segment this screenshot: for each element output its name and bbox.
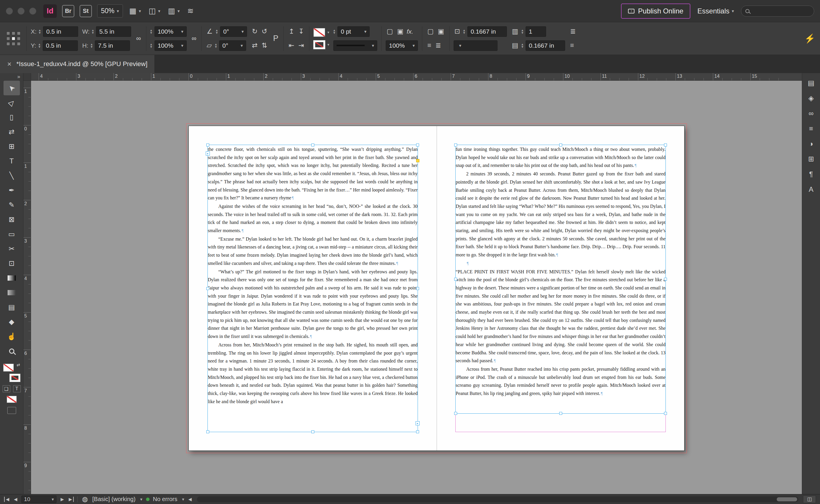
document-tab[interactable]: ✕ *Issue-1_reduxv4.indd @ 50% [GPU Previ… (0, 55, 155, 73)
frame-handle[interactable] (559, 144, 562, 146)
page-spread[interactable]: the concrete floor, with chemicals still… (188, 126, 685, 451)
frame-handle[interactable] (416, 287, 419, 290)
text-inport-icon[interactable]: ▸ (206, 151, 210, 156)
zoom-level-select[interactable]: 50% (97, 4, 123, 18)
bridge-button[interactable]: Br (62, 5, 74, 17)
ruler-origin-corner[interactable] (23, 73, 31, 80)
collapse-tools-icon[interactable]: » (0, 73, 23, 81)
tool-gradient-swatch[interactable] (4, 271, 20, 285)
y-position-field[interactable]: 0.5 in (43, 40, 78, 51)
tool-rectangle[interactable]: ▭ (4, 227, 20, 241)
scrollbar-corner-button[interactable]: ◫ (803, 496, 816, 503)
links-panel-icon[interactable]: ∞ (804, 106, 819, 121)
x-position-field[interactable]: 0.5 in (43, 26, 78, 37)
frame-handle[interactable] (454, 412, 457, 415)
fit-content-proportionally-icon[interactable]: ⇥ (298, 42, 305, 49)
tool-pen[interactable]: ✒ (4, 183, 20, 198)
scale-y-stepper[interactable] (150, 43, 152, 48)
vertical-justify-bottom-icon[interactable]: ≡ (569, 42, 575, 49)
width-field[interactable]: 5.5 in (96, 26, 131, 37)
tool-type[interactable]: T (4, 154, 20, 168)
stroke-weight-stepper[interactable] (333, 29, 335, 34)
search-box[interactable] (741, 6, 814, 17)
flip-horizontal-icon[interactable]: ⇄ (251, 42, 259, 49)
frame-handle[interactable] (664, 144, 667, 146)
formatting-affects-container-icon[interactable]: ❑ (3, 385, 10, 392)
last-page-button[interactable]: ▶ (68, 497, 74, 502)
tool-color-theme[interactable]: ◆ (4, 315, 20, 329)
preflight-menu-icon[interactable]: ◍ (81, 495, 89, 503)
preflight-profile-menu[interactable]: [Basic] (working) (92, 496, 142, 503)
rotate-ccw-icon[interactable]: ↺ (261, 27, 268, 35)
minimize-window-button[interactable] (18, 8, 25, 15)
frame-handle[interactable] (416, 430, 419, 433)
drop-shadow-icon[interactable]: ▣ (396, 27, 404, 35)
fit-content-to-frame-icon[interactable]: ↧ (298, 27, 305, 35)
flip-vertical-icon[interactable]: ⇅ (261, 42, 268, 49)
constrain-scale-icon[interactable]: ∞ (191, 34, 197, 42)
frame-handle[interactable] (206, 144, 209, 146)
frame-handle[interactable] (664, 278, 667, 281)
columns-stepper[interactable] (521, 29, 523, 34)
tool-note[interactable]: ▤ (4, 300, 20, 315)
frame-handle[interactable] (454, 144, 457, 146)
frame-handle[interactable] (206, 287, 209, 290)
tool-free-transform[interactable]: ⊡ (4, 256, 20, 271)
scale-y-field[interactable]: 100% (154, 40, 187, 51)
inset-stepper[interactable] (463, 29, 465, 34)
tool-scissors[interactable]: ✂ (4, 241, 20, 256)
rotation-angle-field[interactable]: 0° (220, 26, 247, 37)
reference-point-proxy[interactable] (6, 32, 20, 46)
frame-handle[interactable] (664, 412, 667, 415)
stroke-proxy-swatch[interactable] (10, 374, 20, 382)
tool-page[interactable]: ▯ (4, 110, 20, 125)
frame-handle[interactable] (416, 144, 419, 146)
scale-x-field[interactable]: 100% (154, 26, 187, 37)
gutter-stepper[interactable] (521, 43, 523, 48)
tool-gap[interactable]: ⇄ (4, 125, 20, 139)
formatting-affects-text-icon[interactable]: T (13, 385, 21, 392)
view-options-button[interactable]: ▦ (128, 5, 142, 17)
arrange-documents-button[interactable]: ▥ (167, 5, 181, 17)
pages-panel-icon[interactable]: ▤ (804, 75, 819, 91)
scroll-left-icon[interactable]: ◀ (188, 497, 192, 502)
stroke-color-swatch[interactable] (314, 40, 325, 49)
w-stepper[interactable] (92, 29, 94, 34)
inset-spacing-field[interactable]: 0.1667 in (467, 26, 507, 37)
horizontal-ruler[interactable]: 43210123456789101112131415 (23, 73, 802, 81)
screen-mode-button[interactable]: ◫ (147, 5, 161, 17)
tool-zoom[interactable] (4, 344, 20, 358)
close-tab-icon[interactable]: ✕ (7, 61, 12, 68)
text-outport-icon[interactable]: ▸ (416, 421, 420, 425)
line-style-select[interactable] (454, 40, 497, 51)
zoom-window-button[interactable] (29, 8, 36, 15)
vertical-ruler[interactable]: 10123456789 (23, 81, 31, 494)
workspace-switcher[interactable]: Essentials (696, 5, 736, 18)
y-stepper[interactable] (39, 43, 40, 48)
object-effects-icon[interactable]: ▢ (386, 27, 394, 35)
search-input[interactable] (752, 8, 810, 14)
tool-gradient-feather[interactable] (4, 285, 20, 300)
tool-hand[interactable]: ☝ (4, 329, 20, 344)
frame-handle[interactable] (454, 278, 457, 281)
screen-mode-toggle[interactable] (7, 407, 16, 414)
constrain-dimensions-icon[interactable]: ∞ (135, 34, 142, 42)
previous-page-button[interactable]: ◀ (13, 497, 18, 502)
frame-handle[interactable] (206, 430, 209, 433)
height-field[interactable]: 7.5 in (95, 40, 130, 51)
swatches-panel-icon[interactable]: ⊞ (804, 151, 819, 167)
fx-menu-button[interactable]: fx. (407, 28, 413, 35)
close-window-button[interactable] (6, 8, 13, 15)
stroke-panel-icon[interactable]: ≡ (804, 121, 819, 136)
wrap-around-icon[interactable]: ▣ (437, 27, 445, 35)
rotation-stepper[interactable] (216, 29, 218, 34)
x-stepper[interactable] (39, 29, 41, 34)
pasteboard[interactable]: the concrete floor, with chemicals still… (31, 81, 802, 494)
opacity-field[interactable]: 100% (386, 40, 418, 51)
fill-proxy-swatch[interactable] (3, 364, 14, 372)
corner-options-handle[interactable] (416, 159, 419, 162)
tool-direct-selection[interactable]: ▷ (4, 95, 20, 110)
wrap-none-icon[interactable]: ▢ (426, 27, 435, 35)
preflight-errors-menu[interactable]: No errors (153, 496, 184, 503)
gutter-field[interactable]: 0.1667 in (526, 40, 565, 51)
